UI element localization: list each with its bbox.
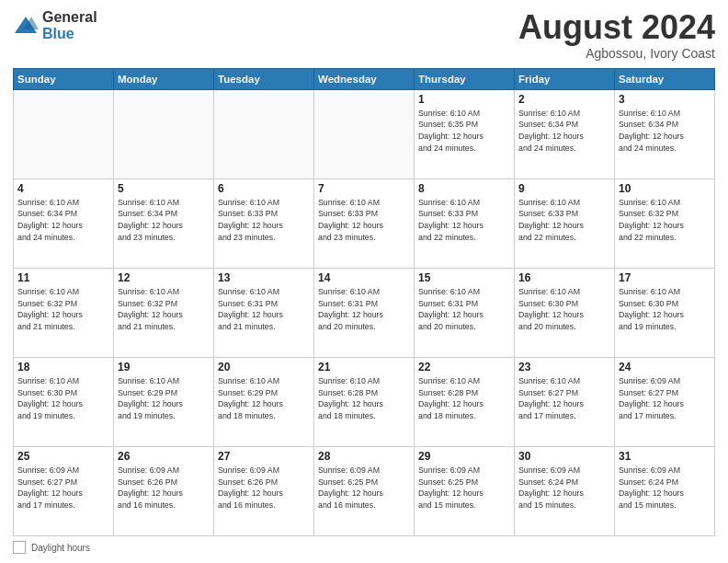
calendar-cell: 6Sunrise: 6:10 AMSunset: 6:33 PMDaylight… bbox=[214, 178, 314, 268]
day-number: 4 bbox=[17, 182, 109, 195]
day-info: Sunrise: 6:09 AMSunset: 6:26 PMDaylight:… bbox=[118, 465, 210, 511]
day-number: 23 bbox=[518, 361, 610, 373]
day-of-week-header: Sunday bbox=[14, 68, 114, 89]
day-number: 19 bbox=[118, 361, 210, 373]
day-number: 25 bbox=[17, 450, 109, 463]
title-block: August 2024 Agbossou, Ivory Coast bbox=[518, 9, 715, 61]
calendar-cell: 31Sunrise: 6:09 AMSunset: 6:24 PMDayligh… bbox=[615, 446, 715, 535]
day-number: 18 bbox=[17, 361, 109, 373]
calendar-cell: 17Sunrise: 6:10 AMSunset: 6:30 PMDayligh… bbox=[615, 268, 715, 357]
calendar-cell: 28Sunrise: 6:09 AMSunset: 6:25 PMDayligh… bbox=[314, 446, 415, 535]
day-number: 30 bbox=[518, 450, 610, 463]
day-info: Sunrise: 6:10 AMSunset: 6:30 PMDaylight:… bbox=[619, 286, 711, 333]
day-info: Sunrise: 6:09 AMSunset: 6:25 PMDaylight:… bbox=[418, 465, 510, 511]
day-of-week-header: Tuesday bbox=[214, 68, 314, 89]
calendar-cell: 23Sunrise: 6:10 AMSunset: 6:27 PMDayligh… bbox=[515, 357, 615, 446]
calendar-cell: 25Sunrise: 6:09 AMSunset: 6:27 PMDayligh… bbox=[14, 446, 114, 535]
day-number: 31 bbox=[619, 450, 711, 463]
day-info: Sunrise: 6:10 AMSunset: 6:31 PMDaylight:… bbox=[218, 286, 310, 333]
day-info: Sunrise: 6:10 AMSunset: 6:28 PMDaylight:… bbox=[318, 375, 410, 422]
calendar-cell: 13Sunrise: 6:10 AMSunset: 6:31 PMDayligh… bbox=[214, 268, 314, 357]
logo-general-text: General bbox=[42, 9, 97, 26]
day-number: 12 bbox=[118, 271, 210, 284]
calendar-cell: 15Sunrise: 6:10 AMSunset: 6:31 PMDayligh… bbox=[415, 268, 515, 357]
footer-label: Daylight hours bbox=[31, 543, 90, 553]
day-info: Sunrise: 6:09 AMSunset: 6:24 PMDaylight:… bbox=[518, 465, 610, 511]
calendar-cell bbox=[214, 89, 314, 178]
calendar-cell: 1Sunrise: 6:10 AMSunset: 6:35 PMDaylight… bbox=[415, 89, 515, 178]
day-of-week-header: Saturday bbox=[615, 68, 715, 89]
day-number: 28 bbox=[318, 450, 410, 463]
day-number: 11 bbox=[17, 271, 109, 284]
calendar-cell bbox=[314, 89, 415, 178]
day-number: 29 bbox=[418, 450, 510, 463]
calendar-cell: 18Sunrise: 6:10 AMSunset: 6:30 PMDayligh… bbox=[14, 357, 114, 446]
day-info: Sunrise: 6:10 AMSunset: 6:32 PMDaylight:… bbox=[118, 286, 210, 333]
calendar-cell: 8Sunrise: 6:10 AMSunset: 6:33 PMDaylight… bbox=[415, 178, 515, 268]
day-number: 15 bbox=[418, 271, 510, 284]
title-month: August 2024 bbox=[518, 9, 715, 46]
calendar-cell: 2Sunrise: 6:10 AMSunset: 6:34 PMDaylight… bbox=[515, 89, 615, 178]
calendar-cell: 10Sunrise: 6:10 AMSunset: 6:32 PMDayligh… bbox=[615, 178, 715, 268]
day-number: 27 bbox=[218, 450, 310, 463]
day-number: 2 bbox=[518, 93, 610, 106]
day-number: 24 bbox=[619, 361, 711, 373]
day-number: 20 bbox=[218, 361, 310, 373]
day-of-week-header: Thursday bbox=[415, 68, 515, 89]
day-info: Sunrise: 6:10 AMSunset: 6:33 PMDaylight:… bbox=[518, 197, 610, 244]
day-number: 21 bbox=[318, 361, 410, 373]
calendar-cell: 26Sunrise: 6:09 AMSunset: 6:26 PMDayligh… bbox=[114, 446, 214, 535]
calendar-cell: 20Sunrise: 6:10 AMSunset: 6:29 PMDayligh… bbox=[214, 357, 314, 446]
logo: General Blue bbox=[13, 9, 97, 41]
day-info: Sunrise: 6:10 AMSunset: 6:33 PMDaylight:… bbox=[318, 197, 410, 244]
day-info: Sunrise: 6:10 AMSunset: 6:28 PMDaylight:… bbox=[418, 375, 510, 422]
calendar-cell: 27Sunrise: 6:09 AMSunset: 6:26 PMDayligh… bbox=[214, 446, 314, 535]
day-info: Sunrise: 6:10 AMSunset: 6:34 PMDaylight:… bbox=[518, 108, 610, 155]
day-number: 10 bbox=[619, 182, 711, 195]
day-number: 3 bbox=[619, 93, 711, 106]
calendar-cell: 30Sunrise: 6:09 AMSunset: 6:24 PMDayligh… bbox=[515, 446, 615, 535]
day-info: Sunrise: 6:10 AMSunset: 6:32 PMDaylight:… bbox=[619, 197, 711, 244]
calendar-week-row: 11Sunrise: 6:10 AMSunset: 6:32 PMDayligh… bbox=[14, 268, 715, 357]
calendar-cell: 21Sunrise: 6:10 AMSunset: 6:28 PMDayligh… bbox=[314, 357, 415, 446]
day-number: 5 bbox=[118, 182, 210, 195]
day-number: 22 bbox=[418, 361, 510, 373]
logo-blue-text: Blue bbox=[42, 26, 97, 42]
day-info: Sunrise: 6:10 AMSunset: 6:30 PMDaylight:… bbox=[518, 286, 610, 333]
calendar-cell: 4Sunrise: 6:10 AMSunset: 6:34 PMDaylight… bbox=[14, 178, 114, 268]
calendar-cell: 12Sunrise: 6:10 AMSunset: 6:32 PMDayligh… bbox=[114, 268, 214, 357]
day-info: Sunrise: 6:10 AMSunset: 6:32 PMDaylight:… bbox=[17, 286, 109, 333]
calendar-cell: 29Sunrise: 6:09 AMSunset: 6:25 PMDayligh… bbox=[415, 446, 515, 535]
calendar-cell: 14Sunrise: 6:10 AMSunset: 6:31 PMDayligh… bbox=[314, 268, 415, 357]
day-info: Sunrise: 6:09 AMSunset: 6:27 PMDaylight:… bbox=[619, 375, 711, 422]
day-info: Sunrise: 6:10 AMSunset: 6:35 PMDaylight:… bbox=[418, 108, 510, 155]
calendar-cell: 22Sunrise: 6:10 AMSunset: 6:28 PMDayligh… bbox=[415, 357, 515, 446]
day-info: Sunrise: 6:10 AMSunset: 6:29 PMDaylight:… bbox=[118, 375, 210, 422]
calendar-table: SundayMondayTuesdayWednesdayThursdayFrid… bbox=[13, 68, 715, 536]
day-info: Sunrise: 6:10 AMSunset: 6:30 PMDaylight:… bbox=[17, 375, 109, 422]
calendar-cell: 3Sunrise: 6:10 AMSunset: 6:34 PMDaylight… bbox=[615, 89, 715, 178]
day-number: 7 bbox=[318, 182, 410, 195]
day-number: 16 bbox=[518, 271, 610, 284]
day-number: 26 bbox=[118, 450, 210, 463]
day-number: 13 bbox=[218, 271, 310, 284]
day-of-week-header: Friday bbox=[515, 68, 615, 89]
day-of-week-header: Wednesday bbox=[314, 68, 415, 89]
day-number: 9 bbox=[518, 182, 610, 195]
calendar-cell: 19Sunrise: 6:10 AMSunset: 6:29 PMDayligh… bbox=[114, 357, 214, 446]
day-info: Sunrise: 6:09 AMSunset: 6:26 PMDaylight:… bbox=[218, 465, 310, 511]
day-number: 8 bbox=[418, 182, 510, 195]
day-info: Sunrise: 6:10 AMSunset: 6:31 PMDaylight:… bbox=[318, 286, 410, 333]
day-number: 17 bbox=[619, 271, 711, 284]
calendar-header-row: SundayMondayTuesdayWednesdayThursdayFrid… bbox=[14, 68, 715, 89]
title-location: Agbossou, Ivory Coast bbox=[518, 46, 715, 61]
footer: Daylight hours bbox=[13, 541, 715, 554]
page: General Blue August 2024 Agbossou, Ivory… bbox=[0, 0, 728, 563]
calendar-cell bbox=[114, 89, 214, 178]
logo-text: General Blue bbox=[42, 9, 97, 41]
logo-icon bbox=[13, 13, 39, 39]
day-info: Sunrise: 6:10 AMSunset: 6:27 PMDaylight:… bbox=[518, 375, 610, 422]
day-of-week-header: Monday bbox=[114, 68, 214, 89]
day-info: Sunrise: 6:09 AMSunset: 6:27 PMDaylight:… bbox=[17, 465, 109, 511]
calendar-cell: 16Sunrise: 6:10 AMSunset: 6:30 PMDayligh… bbox=[515, 268, 615, 357]
